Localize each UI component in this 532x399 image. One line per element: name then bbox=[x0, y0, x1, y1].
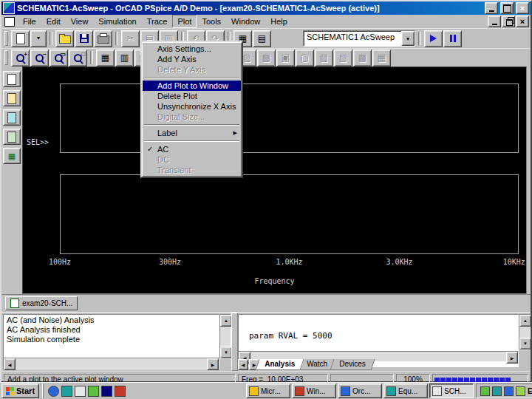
run-button[interactable] bbox=[424, 30, 443, 47]
log-x-axis-button[interactable]: ▥ bbox=[115, 50, 134, 66]
minimize-button[interactable] bbox=[485, 2, 498, 14]
mdi-child-icon[interactable] bbox=[4, 17, 15, 27]
start-button[interactable]: Start bbox=[1, 383, 39, 398]
tray-icon-3[interactable] bbox=[504, 386, 514, 396]
simulation-output-pane: AC (and Noise) Analysis AC Analysis fini… bbox=[1, 313, 231, 371]
subplot-frame-1 bbox=[60, 83, 519, 153]
cursor-max-button[interactable]: ▩ bbox=[257, 50, 276, 66]
view-output-button[interactable]: ▤ bbox=[253, 30, 271, 47]
task-equation[interactable]: Equ... bbox=[383, 383, 428, 398]
task-windows[interactable]: Win... bbox=[292, 383, 336, 398]
open-button[interactable] bbox=[55, 30, 74, 47]
quicklaunch-desktop-icon[interactable] bbox=[75, 386, 86, 397]
tab-analysis[interactable]: Analysis bbox=[256, 359, 304, 370]
menu-window[interactable]: Window bbox=[226, 15, 265, 28]
output-hscrollbar[interactable]: ◀ ▶ bbox=[3, 358, 219, 369]
zoom-area-button[interactable]: ▭ bbox=[50, 50, 68, 66]
print-button[interactable] bbox=[94, 30, 112, 47]
next-transition-button[interactable]: ▩ bbox=[353, 50, 372, 66]
menu-help[interactable]: Help bbox=[265, 15, 293, 28]
task-schematic[interactable]: SCH... bbox=[429, 383, 474, 398]
simulation-output-list[interactable]: AC (and Noise) Analysis AC Analysis fini… bbox=[3, 314, 219, 359]
menu-item-unsynchronize-x-axis[interactable]: Unsynchronize X Axis bbox=[143, 101, 241, 112]
menu-edit[interactable]: Edit bbox=[41, 15, 66, 28]
pause-button[interactable] bbox=[443, 30, 462, 47]
quicklaunch-mail-icon[interactable] bbox=[61, 386, 72, 397]
document-tab[interactable]: exam20-SCH... bbox=[5, 296, 78, 310]
tray-icon-1[interactable] bbox=[480, 386, 490, 396]
menu-item-add-plot-to-window[interactable]: Add Plot to Window bbox=[143, 81, 241, 91]
quicklaunch-app1-icon[interactable] bbox=[88, 386, 99, 397]
maximize-button[interactable] bbox=[500, 2, 514, 14]
tab-devices[interactable]: Devices bbox=[330, 359, 375, 370]
output-vscrollbar[interactable]: ▲ ▼ bbox=[219, 314, 231, 359]
zoom-out-button[interactable]: − bbox=[30, 50, 49, 66]
x-tick: 300Hz bbox=[159, 258, 181, 266]
toolbar-grip[interactable] bbox=[4, 31, 8, 46]
menu-item-add-y-axis[interactable]: Add Y Axis bbox=[143, 54, 241, 64]
tray-icon-2[interactable] bbox=[492, 386, 502, 396]
menu-file[interactable]: File bbox=[18, 15, 41, 28]
simulation-profile-combo[interactable]: SCHEMATIC1 AcSweep ▾ bbox=[303, 30, 415, 47]
mdi-close-icon: × bbox=[520, 18, 525, 25]
toolbar-grip[interactable] bbox=[4, 50, 8, 65]
scroll-down-icon[interactable]: ▼ bbox=[519, 338, 531, 349]
new-dropdown-button[interactable]: ▾ bbox=[30, 30, 47, 47]
scroll-right-icon[interactable]: ▶ bbox=[207, 358, 219, 370]
scroll-left-icon[interactable]: ◀ bbox=[4, 358, 16, 370]
tab-scroll-left-button[interactable]: ◀ bbox=[238, 359, 248, 370]
zoom-fit-button[interactable]: □ bbox=[69, 50, 87, 66]
new-page-icon bbox=[16, 33, 25, 44]
scroll-up-icon[interactable]: ▲ bbox=[220, 315, 232, 327]
zoom-in-button[interactable]: + bbox=[11, 50, 30, 66]
menu-item-label[interactable]: Label ▶ bbox=[143, 128, 241, 138]
prev-transition-button[interactable]: ▦ bbox=[372, 50, 391, 66]
menu-tools[interactable]: Tools bbox=[197, 15, 226, 28]
menu-item-delete-plot[interactable]: Delete Plot bbox=[143, 91, 241, 101]
scroll-down-icon[interactable]: ▼ bbox=[220, 347, 232, 358]
task-orcad[interactable]: Orc... bbox=[338, 383, 382, 398]
new-simulation-button[interactable] bbox=[11, 30, 30, 47]
window-title: SCHEMATIC1-AcSweep - OrCAD PSpice A/D De… bbox=[17, 4, 482, 13]
mdi-restore-button[interactable] bbox=[502, 16, 515, 27]
menu-item-delete-y-axis: Delete Y Axis bbox=[143, 64, 241, 75]
scroll-up-icon[interactable]: ▲ bbox=[519, 315, 531, 327]
menu-view[interactable]: View bbox=[66, 15, 94, 28]
mdi-minimize-button[interactable] bbox=[488, 16, 501, 27]
circuit-file-button[interactable] bbox=[3, 109, 21, 126]
quicklaunch-app2-icon[interactable] bbox=[101, 386, 112, 397]
quicklaunch-app3-icon[interactable] bbox=[115, 386, 126, 397]
print-icon bbox=[98, 35, 109, 44]
simulation-status-button[interactable] bbox=[3, 71, 21, 87]
output-window-button[interactable] bbox=[3, 90, 21, 106]
close-button[interactable]: × bbox=[516, 2, 529, 14]
device-list-button[interactable]: ▦ bbox=[3, 148, 21, 164]
combo-dropdown-button[interactable]: ▾ bbox=[401, 31, 415, 46]
output-line: AC (and Noise) Analysis bbox=[7, 316, 216, 325]
menu-trace[interactable]: Trace bbox=[142, 15, 173, 28]
menu-item-axis-settings[interactable]: Axis Settings... bbox=[143, 44, 241, 54]
taskbar-grip[interactable] bbox=[42, 383, 44, 398]
quicklaunch-browser-icon[interactable] bbox=[48, 386, 59, 397]
document-icon bbox=[10, 299, 19, 308]
goal-function-button[interactable]: ▨ bbox=[334, 50, 352, 66]
output-line: Simulation complete bbox=[7, 335, 216, 344]
mdi-close-button[interactable]: × bbox=[516, 16, 529, 27]
output-page-icon bbox=[7, 93, 16, 104]
label-button[interactable]: ▧ bbox=[315, 50, 333, 66]
cursor-point-button[interactable]: ▣ bbox=[276, 50, 295, 66]
analysis-vscrollbar[interactable]: ▲ ▼ bbox=[519, 314, 531, 350]
plot-window[interactable]: SEL>> 100Hz 300Hz 1.0KHz 3.0KHz 10KHz Fr… bbox=[22, 66, 527, 294]
tray-icon-4[interactable] bbox=[516, 386, 525, 396]
task-microsoft[interactable]: Micr... bbox=[246, 383, 290, 398]
save-button[interactable] bbox=[75, 30, 93, 47]
watch-list-button[interactable] bbox=[3, 129, 21, 145]
cursor-search-button[interactable]: ▢ bbox=[296, 50, 314, 66]
menu-item-ac[interactable]: ✓ AC bbox=[143, 144, 241, 154]
task-icon bbox=[249, 386, 259, 396]
menu-simulation[interactable]: Simulation bbox=[93, 15, 141, 28]
cut-button[interactable]: ✂ bbox=[121, 30, 140, 47]
language-indicator[interactable]: EN bbox=[528, 387, 532, 395]
mark-data-points-button[interactable]: ▦ bbox=[96, 50, 115, 66]
menu-plot[interactable]: Plot bbox=[172, 15, 197, 28]
